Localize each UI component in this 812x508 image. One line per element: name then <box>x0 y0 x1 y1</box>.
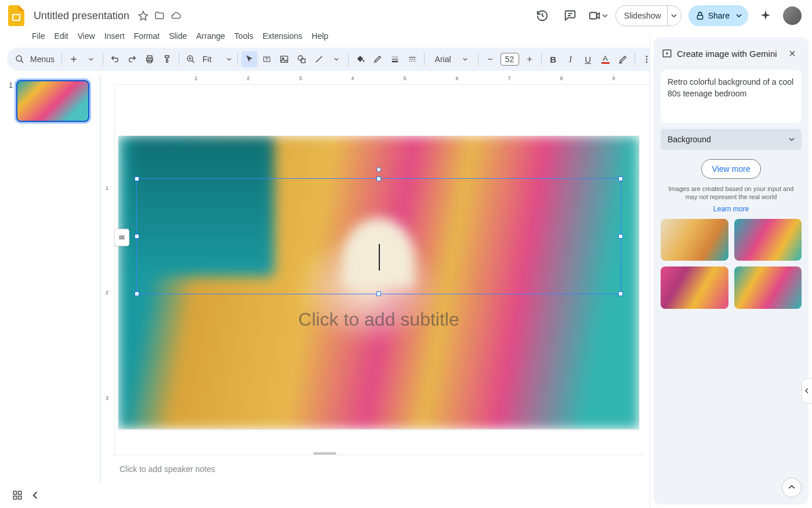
generated-image-1[interactable] <box>661 219 728 261</box>
svg-rect-19 <box>19 491 21 494</box>
bold-button[interactable]: B <box>545 51 561 67</box>
resize-handle-bl[interactable] <box>135 291 139 296</box>
move-icon[interactable] <box>154 10 165 21</box>
account-avatar[interactable] <box>783 6 802 25</box>
resize-handle-br[interactable] <box>618 291 623 296</box>
close-panel-button[interactable] <box>784 45 800 62</box>
text-color-button[interactable]: A <box>597 51 614 67</box>
shape-tool[interactable] <box>293 51 310 67</box>
learn-more-link[interactable]: Learn more <box>654 205 809 219</box>
disclaimer-text: Images are created based on your input a… <box>654 185 809 205</box>
rotate-handle[interactable] <box>376 167 381 172</box>
font-select[interactable]: Arial <box>428 51 474 67</box>
meet-icon[interactable] <box>588 5 608 26</box>
menu-edit[interactable]: Edit <box>50 29 72 43</box>
textbox-tool[interactable] <box>259 51 275 67</box>
resize-handle-mr[interactable] <box>618 234 623 239</box>
explore-button[interactable] <box>27 486 45 505</box>
generated-image-3[interactable] <box>661 266 728 309</box>
gemini-prompt-input[interactable]: Retro colorful background of a cool 80s … <box>661 70 802 123</box>
resize-handle-bm[interactable] <box>376 291 381 296</box>
side-panel-collapse-tab[interactable] <box>802 378 812 403</box>
font-size-increase[interactable] <box>521 51 538 67</box>
menu-format[interactable]: Format <box>130 29 164 43</box>
select-tool[interactable] <box>241 51 258 67</box>
paint-format-button[interactable] <box>159 51 175 67</box>
menu-tools[interactable]: Tools <box>230 29 258 43</box>
menu-insert[interactable]: Insert <box>100 29 129 43</box>
menus-label: Menus <box>30 55 55 64</box>
italic-button[interactable]: I <box>563 51 579 67</box>
svg-rect-3 <box>697 15 702 19</box>
gemini-spark-icon[interactable] <box>755 5 776 26</box>
svg-rect-1 <box>13 15 19 20</box>
star-icon[interactable] <box>137 10 149 21</box>
share-dropdown-icon[interactable] <box>733 13 745 19</box>
document-title[interactable]: Untitled presentation <box>30 9 133 23</box>
slide-filmstrip: 1 <box>0 74 99 502</box>
redo-button[interactable] <box>124 51 140 67</box>
slideshow-button[interactable]: Slideshow <box>615 5 682 26</box>
font-size-input[interactable] <box>501 53 519 66</box>
border-color-button[interactable] <box>369 51 386 67</box>
view-more-button[interactable]: View more <box>701 159 762 179</box>
svg-point-12 <box>298 56 303 60</box>
slideshow-dropdown-icon[interactable] <box>667 5 681 26</box>
grid-view-button[interactable] <box>8 486 27 505</box>
menu-slide[interactable]: Slide <box>165 29 191 43</box>
print-button[interactable] <box>142 51 158 67</box>
new-slide-button[interactable] <box>66 51 82 67</box>
font-size-decrease[interactable] <box>482 51 498 67</box>
share-label: Share <box>708 11 730 20</box>
menu-arrange[interactable]: Arrange <box>192 29 229 43</box>
resize-handle-ml[interactable] <box>135 234 139 239</box>
slides-logo[interactable] <box>6 5 27 26</box>
menu-view[interactable]: View <box>74 29 99 43</box>
subtitle-placeholder[interactable]: Click to add subtitle <box>118 309 639 330</box>
speaker-notes[interactable]: Click to add speaker notes <box>111 455 644 482</box>
select-label: Background <box>668 135 711 144</box>
slide-canvas[interactable]: Click to add subtitle <box>118 136 639 429</box>
menu-extensions[interactable]: Extensions <box>259 29 306 43</box>
image-target-select[interactable]: Background <box>661 129 802 150</box>
svg-point-4 <box>16 56 21 61</box>
speaker-notes-placeholder: Click to add speaker notes <box>119 464 215 474</box>
share-button[interactable]: Share <box>688 5 748 26</box>
fill-color-button[interactable] <box>352 51 368 67</box>
search-menus-button[interactable]: Menus <box>12 51 58 67</box>
zoom-select[interactable]: Fit <box>200 51 234 67</box>
generated-image-2[interactable] <box>734 219 802 261</box>
line-tool[interactable] <box>311 51 327 67</box>
scroll-up-button[interactable] <box>782 478 802 498</box>
gemini-side-panel: Create image with Gemini Retro colorful … <box>650 34 812 508</box>
menu-help[interactable]: Help <box>307 29 332 43</box>
slide-thumbnail-1[interactable] <box>16 80 89 122</box>
svg-rect-21 <box>19 496 21 499</box>
history-icon[interactable] <box>532 5 553 26</box>
svg-point-16 <box>646 61 647 63</box>
resize-handle-tr[interactable] <box>618 176 623 181</box>
zoom-in-button[interactable] <box>183 51 199 67</box>
resize-handle-tl[interactable] <box>135 176 139 181</box>
undo-button[interactable] <box>107 51 123 67</box>
border-weight-button[interactable] <box>387 51 403 67</box>
image-tool[interactable] <box>276 51 292 67</box>
svg-point-15 <box>646 59 647 60</box>
comments-icon[interactable] <box>560 5 581 26</box>
text-cursor <box>379 244 380 271</box>
line-dropdown[interactable] <box>328 51 345 67</box>
slide-side-tab[interactable] <box>114 229 129 246</box>
slide-number: 1 <box>5 80 13 122</box>
resize-handle-tm[interactable] <box>376 176 381 181</box>
new-slide-dropdown[interactable] <box>83 51 99 67</box>
slideshow-label: Slideshow <box>624 11 661 20</box>
menu-file[interactable]: File <box>28 29 49 43</box>
border-dash-button[interactable] <box>404 51 420 67</box>
highlight-button[interactable] <box>615 51 631 67</box>
cloud-status-icon[interactable] <box>170 10 182 21</box>
font-value: Arial <box>435 55 451 64</box>
generated-image-4[interactable] <box>734 266 802 309</box>
underline-button[interactable]: U <box>580 51 596 67</box>
svg-rect-20 <box>13 496 16 499</box>
title-textbox-selection[interactable] <box>136 178 621 294</box>
